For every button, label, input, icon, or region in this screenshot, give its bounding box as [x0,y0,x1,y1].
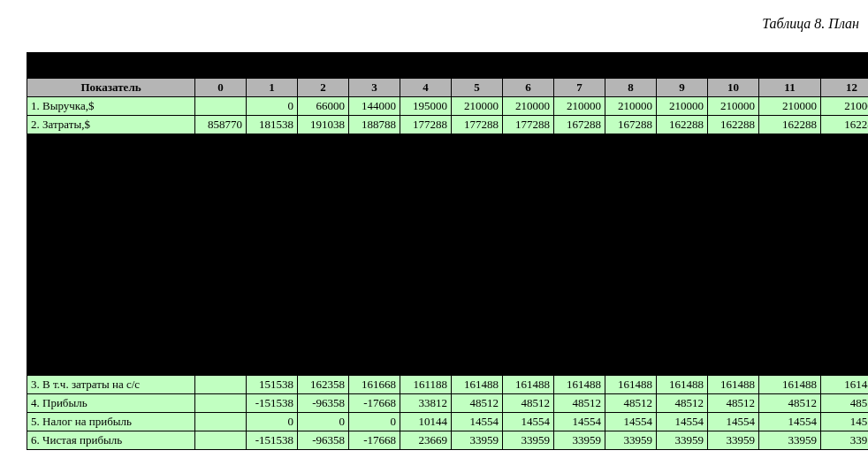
cell: -96358 [298,431,349,450]
cell: 210000 [708,97,759,116]
cell: 32235 [605,227,657,246]
cell: 162288 [821,116,869,134]
table-row: - % страховки (11%)236523652365236523652… [27,302,869,320]
cell: 33959 [759,431,821,450]
cell [821,357,869,376]
cell: 400 [298,246,349,264]
cell: 5000 [298,264,349,283]
cell: 210000 [554,97,605,116]
cell: 5000 [195,264,247,283]
cell [452,172,503,190]
cell: 1000 [298,357,349,376]
cell: 3000 [400,134,452,153]
table-row: 2. Затраты,$8587701815381910381887881772… [27,116,869,134]
cell: 3000 [452,134,503,153]
cell: 2400 [247,190,298,209]
cell [759,172,821,190]
cell: 33959 [503,431,554,450]
cell: 14554 [821,413,869,431]
cell: 2365 [503,302,554,320]
cell [452,357,503,376]
col-header-10: 10 [708,79,759,97]
cell: 400 [195,246,247,264]
cell: 33959 [657,431,708,450]
cell: 2400 [554,190,605,209]
cell: 177288 [503,116,554,134]
cell: 161488 [759,376,821,394]
cell [349,172,400,190]
row-label: 4. Прибыль [27,394,195,413]
cell [195,394,247,413]
cell: 2400 [657,190,708,209]
cell: 2118 [400,153,452,172]
table-row: - з/плата персонала300030003000300030003… [27,134,869,153]
cell: 33959 [708,431,759,450]
cell: 2400 [821,190,869,209]
cell: 32235 [298,227,349,246]
cell: 2365 [452,302,503,320]
table-row: 1. Выручка,$0660001440001950002100002100… [27,97,869,116]
cell: 2365 [605,302,657,320]
row-label: - % страховки (11%) [27,302,195,320]
cell: 2365 [195,302,247,320]
cell: 33959 [554,431,605,450]
cell: 2400 [605,190,657,209]
cell: 33959 [605,431,657,450]
cell: -17668 [349,431,400,450]
cell: 14554 [708,413,759,431]
cell: 0 [247,97,298,116]
cell: 65420 [349,209,400,227]
cell: -151538 [247,431,298,450]
cell: 2880 [349,283,400,302]
col-header-12: 12 [821,79,869,97]
cell: 161488 [452,376,503,394]
cell: 2400 [298,190,349,209]
cell: 65420 [503,209,554,227]
cell: 3900 [400,283,452,302]
cell: 48512 [759,394,821,413]
table-row: - регистрация Ш.Ф.2118211821182118211821… [27,153,869,172]
cell: 32235 [452,227,503,246]
table-row: - рабочая сила40040040040040040040040040… [27,246,869,264]
cell [195,153,247,172]
cell: 14554 [759,413,821,431]
cell: 32235 [759,227,821,246]
cell: 162288 [708,116,759,134]
cell: 14554 [503,413,554,431]
cell: 162288 [657,116,708,134]
table-row: 6. Чистая прибыль-151538-96358-176682366… [27,431,869,450]
cell: 2118 [247,153,298,172]
cell: 161488 [503,376,554,394]
cell: 650 [400,339,452,357]
cell: 161488 [605,376,657,394]
cell: 32235 [400,227,452,246]
row-label: - погашение %(8.1%) [27,339,195,357]
col-header-3: 3 [349,79,400,97]
cell: 400 [605,246,657,264]
cell: 3000 [759,134,821,153]
cell: 400 [349,246,400,264]
cell: 210000 [503,97,554,116]
cell: 2400 [759,190,821,209]
cell [195,134,247,153]
cell: 65420 [759,209,821,227]
cell: 65420 [605,209,657,227]
cell: 32235 [503,227,554,246]
cell: -151538 [247,394,298,413]
cell: 48512 [503,394,554,413]
cell [503,172,554,190]
table-row: - стоимость мяса762206542065420654206542… [27,209,869,227]
row-label: 5. Налог на прибыль [27,413,195,431]
cell: 2400 [452,190,503,209]
cell [400,172,452,190]
cell [503,357,554,376]
cell: 65420 [554,209,605,227]
cell: 250 [349,339,400,357]
cell: 48512 [708,394,759,413]
cell: 0 [298,413,349,431]
cell: 400 [759,246,821,264]
cell: 2365 [349,302,400,320]
cell: 144000 [349,97,400,116]
cell: 177288 [400,116,452,134]
cell: 2400 [400,190,452,209]
